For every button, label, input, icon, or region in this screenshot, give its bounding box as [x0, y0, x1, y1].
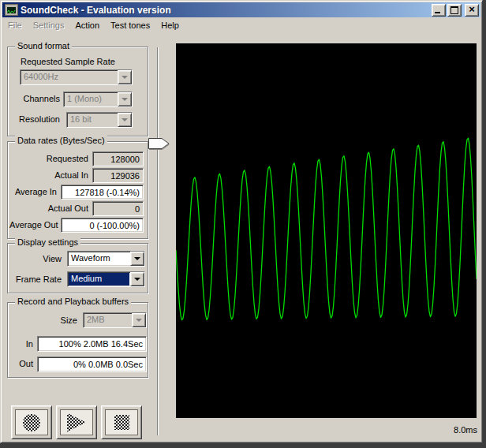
menu-item-help[interactable]: Help [155, 19, 185, 32]
chevron-down-icon [122, 76, 128, 82]
close-button[interactable]: × [465, 4, 479, 17]
waveform-display [176, 43, 477, 418]
channels-select: 1 (Mono) [63, 91, 133, 107]
actual-in-label: Actual In [9, 170, 88, 180]
play-button-face [60, 409, 93, 435]
data-rates-group: Data rates (Bytes/Sec) Requested 128000 … [7, 141, 148, 239]
soundcheck-window: SoundCheck - Evaluation version × File S… [0, 0, 483, 443]
view-label: View [9, 254, 62, 263]
play-icon [67, 413, 86, 432]
time-window-label: 8.0ms [411, 425, 477, 435]
maximize-button[interactable] [447, 4, 462, 17]
desktop-background: SoundCheck - Evaluation version × File S… [0, 0, 486, 448]
resolution-select: 16 bit [66, 112, 133, 128]
average-in-label: Average In [9, 187, 57, 196]
splitter-handle[interactable] [148, 136, 171, 151]
resolution-dropdown-button [118, 113, 132, 127]
oscilloscope-icon [7, 7, 16, 13]
menu-item-file: File [2, 19, 28, 32]
requested-rate-field: 128000 [92, 151, 144, 166]
average-out-field: 0 (-100.00%) [61, 218, 144, 233]
chevron-down-icon [122, 118, 128, 125]
frame-rate-dropdown-button[interactable] [130, 272, 144, 286]
buffer-in-field: 100% 2.0MB 16.4Sec [37, 336, 147, 352]
stop-button[interactable] [101, 405, 142, 439]
buffers-group: Record and Playback buffers Size 2MB In … [7, 302, 148, 378]
app-icon [5, 4, 18, 16]
view-select[interactable]: Waveform [67, 251, 145, 267]
actual-out-label: Actual Out [9, 203, 88, 213]
buffer-size-label: Size [9, 315, 77, 325]
channels-dropdown-button [118, 92, 132, 106]
chevron-down-icon [134, 257, 140, 263]
title-bar: SoundCheck - Evaluation version × [2, 2, 480, 17]
menu-item-action[interactable]: Action [69, 19, 105, 32]
sound-format-group-title: Sound format [15, 41, 72, 50]
buffer-in-label: In [9, 339, 33, 349]
stop-button-face [105, 409, 138, 435]
record-button-face [15, 409, 48, 435]
chevron-down-icon [122, 98, 128, 104]
sound-format-group: Sound format Requested Sample Rate 64000… [7, 47, 148, 136]
sample-rate-value: 64000Hz [21, 70, 118, 84]
splitter-groove [157, 47, 158, 435]
window-title: SoundCheck - Evaluation version [21, 5, 432, 16]
actual-in-field: 129036 [92, 168, 144, 183]
minimize-button[interactable] [432, 4, 446, 17]
frame-rate-label: Frame Rate [9, 274, 62, 284]
frame-rate-value-wrap: Medium [68, 272, 130, 286]
caption-buttons: × [432, 4, 479, 17]
chevron-down-icon [134, 278, 140, 284]
view-value: Waveform [68, 252, 130, 266]
data-rates-group-title: Data rates (Bytes/Sec) [15, 136, 107, 145]
waveform-trace [176, 43, 477, 418]
buffer-size-select: 2MB [83, 312, 147, 328]
chevron-down-icon [136, 319, 142, 325]
resolution-label: Resolution [14, 114, 60, 124]
menu-item-test-tones[interactable]: Test tones [105, 19, 155, 32]
menu-bar: File Settings Action Test tones Help [2, 17, 480, 32]
sample-rate-select: 64000Hz [20, 69, 133, 85]
close-icon: × [469, 6, 475, 13]
sample-rate-dropdown-button [118, 70, 132, 84]
sample-rate-label: Requested Sample Rate [21, 57, 115, 66]
average-out-label: Average Out [9, 220, 57, 230]
buffer-out-label: Out [9, 359, 33, 368]
menu-item-settings: Settings [28, 19, 70, 32]
maximize-icon [450, 6, 458, 14]
buffer-out-field: 0% 0.0MB 0.0Sec [37, 357, 147, 372]
buffer-size-value: 2MB [84, 313, 132, 327]
requested-rate-label: Requested [9, 154, 88, 163]
display-settings-group-title: Display settings [15, 237, 80, 247]
frame-rate-select[interactable]: Medium [67, 271, 145, 287]
play-button[interactable] [56, 405, 97, 439]
record-button[interactable] [11, 405, 52, 439]
buffer-size-dropdown-button [132, 313, 146, 327]
view-dropdown-button[interactable] [130, 252, 144, 266]
actual-out-field: 0 [92, 201, 144, 216]
display-settings-group: Display settings View Waveform Frame Rat… [7, 243, 148, 293]
channels-value: 1 (Mono) [64, 92, 118, 106]
channels-label: Channels [14, 94, 60, 103]
buffers-group-title: Record and Playback buffers [15, 297, 131, 306]
record-icon [23, 414, 40, 431]
average-in-field: 127818 (-0.14%) [61, 185, 144, 200]
stop-icon [114, 415, 129, 430]
resolution-value: 16 bit [67, 113, 118, 127]
frame-rate-value: Medium [69, 273, 129, 286]
minimize-icon [435, 12, 440, 13]
